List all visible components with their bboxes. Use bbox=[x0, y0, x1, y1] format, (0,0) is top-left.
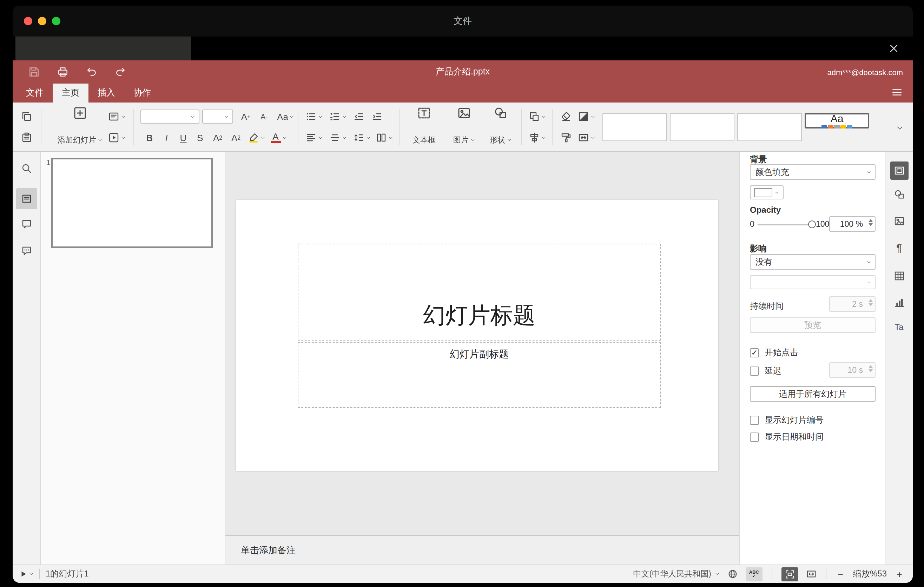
show-date-time-checkbox[interactable] bbox=[750, 432, 759, 442]
add-slide-button[interactable]: 添加幻灯片 bbox=[46, 106, 114, 148]
subtitle-placeholder[interactable]: 幻灯片副标题 bbox=[298, 342, 661, 408]
opacity-slider-knob[interactable] bbox=[808, 221, 816, 228]
italic-button[interactable]: I bbox=[159, 129, 174, 146]
tab-insert[interactable]: 插入 bbox=[89, 84, 124, 102]
hamburger-menu-button[interactable] bbox=[891, 86, 903, 98]
apply-to-all-slides-button[interactable]: 适用于所有幻灯片 bbox=[750, 386, 876, 402]
spell-check-button[interactable]: ABC bbox=[746, 567, 762, 581]
zoom-in-button[interactable]: + bbox=[894, 569, 904, 580]
theme-option-selected[interactable]: Aa bbox=[805, 113, 869, 129]
show-slide-number-checkbox[interactable] bbox=[750, 416, 759, 425]
opacity-slider[interactable] bbox=[757, 224, 813, 225]
window-zoom-button[interactable] bbox=[52, 17, 60, 25]
bullets-button[interactable] bbox=[303, 108, 324, 125]
fit-to-slide-button[interactable] bbox=[782, 567, 798, 581]
font-family-select[interactable] bbox=[140, 110, 200, 124]
slide-thumbnail-1[interactable] bbox=[51, 158, 213, 248]
tab-home[interactable]: 主页 bbox=[53, 84, 89, 102]
chevron-down-icon bbox=[318, 114, 323, 119]
insert-shape-button[interactable]: 形状 bbox=[483, 106, 518, 148]
background-color-select[interactable] bbox=[750, 185, 784, 200]
highlight-color-button[interactable] bbox=[246, 129, 267, 146]
columns-button[interactable] bbox=[373, 129, 394, 146]
tab-collaboration[interactable]: 协作 bbox=[124, 84, 160, 102]
slide-layout-button[interactable] bbox=[105, 108, 128, 125]
image-settings-tab[interactable] bbox=[893, 216, 905, 227]
clear-style-button[interactable] bbox=[558, 108, 574, 125]
superscript-button[interactable]: A2 bbox=[209, 129, 226, 146]
chevron-down-icon[interactable] bbox=[29, 572, 34, 577]
chevron-down-icon bbox=[342, 114, 346, 119]
insert-image-button[interactable]: 图片 bbox=[447, 106, 482, 148]
spinner-arrows-icon[interactable] bbox=[868, 219, 873, 226]
search-button[interactable] bbox=[21, 163, 32, 174]
shape-icon bbox=[493, 106, 508, 120]
start-slideshow-statusbar-button[interactable] bbox=[20, 570, 27, 578]
window-close-button[interactable] bbox=[24, 17, 32, 25]
window-minimize-button[interactable] bbox=[38, 17, 46, 25]
horizontal-align-button[interactable] bbox=[303, 129, 324, 146]
copy-style-button[interactable] bbox=[558, 129, 574, 146]
start-on-click-checkbox[interactable]: ✓ bbox=[750, 348, 759, 358]
numbering-button[interactable] bbox=[327, 108, 348, 125]
zoom-out-button[interactable]: − bbox=[835, 569, 845, 580]
theme-palette bbox=[822, 125, 852, 129]
slide-canvas[interactable]: 幻灯片标题 幻灯片副标题 bbox=[225, 152, 739, 535]
bold-button[interactable]: B bbox=[142, 129, 157, 146]
effect-section-label: 影响 bbox=[750, 243, 767, 255]
table-settings-tab[interactable] bbox=[893, 270, 905, 282]
chevron-down-icon bbox=[120, 135, 125, 140]
chart-settings-tab[interactable] bbox=[893, 297, 905, 308]
shape-settings-tab[interactable] bbox=[893, 189, 905, 200]
slides-panel-button[interactable] bbox=[16, 188, 37, 209]
color-scheme-button[interactable] bbox=[576, 108, 597, 125]
theme-option-1[interactable] bbox=[602, 113, 667, 141]
align-shapes-button[interactable] bbox=[526, 129, 548, 146]
insert-textbox-button[interactable]: 文本框 bbox=[404, 106, 444, 148]
strikethrough-button[interactable]: S bbox=[192, 129, 208, 146]
textart-settings-tab[interactable]: Ta bbox=[894, 322, 903, 332]
copy-button[interactable] bbox=[18, 108, 35, 125]
fit-to-width-button[interactable] bbox=[806, 569, 817, 579]
save-button[interactable] bbox=[28, 66, 40, 78]
font-size-select[interactable] bbox=[202, 110, 233, 124]
delay-checkbox[interactable] bbox=[750, 366, 759, 376]
opacity-spinner[interactable]: 100 % bbox=[829, 216, 876, 232]
slide-size-button[interactable] bbox=[576, 129, 597, 146]
language-selector[interactable]: 中文(中华人民共和国) bbox=[633, 569, 720, 579]
increase-indent-button[interactable] bbox=[369, 108, 385, 125]
slide-settings-tab[interactable] bbox=[890, 162, 909, 180]
paste-button[interactable] bbox=[18, 129, 35, 146]
line-spacing-button[interactable] bbox=[351, 129, 372, 146]
theme-gallery-expand-button[interactable] bbox=[892, 119, 907, 136]
zoom-level[interactable]: 缩放%53 bbox=[853, 568, 887, 580]
redo-button[interactable] bbox=[114, 66, 126, 78]
feedback-button[interactable] bbox=[21, 245, 32, 256]
notes-area[interactable]: 单击添加备注 bbox=[225, 535, 739, 564]
theme-option-3[interactable] bbox=[737, 113, 802, 141]
paragraph-settings-tab[interactable]: ¶ bbox=[896, 242, 902, 254]
slide-editing-surface[interactable]: 幻灯片标题 幻灯片副标题 bbox=[236, 200, 718, 471]
arrange-shapes-button[interactable] bbox=[526, 108, 548, 125]
title-placeholder[interactable]: 幻灯片标题 bbox=[298, 244, 661, 341]
decrease-font-button[interactable]: A- bbox=[256, 108, 272, 125]
increase-font-button[interactable]: A+ bbox=[237, 108, 254, 125]
opacity-max-label: 100 bbox=[816, 220, 829, 228]
change-case-button[interactable]: Aa bbox=[274, 108, 298, 125]
tab-file[interactable]: 文件 bbox=[17, 84, 53, 102]
comments-button[interactable] bbox=[21, 218, 32, 229]
decrease-indent-button[interactable] bbox=[351, 108, 366, 125]
vertical-align-button[interactable] bbox=[327, 129, 348, 146]
print-button[interactable] bbox=[57, 66, 69, 78]
font-color-button[interactable]: A bbox=[268, 129, 289, 146]
start-slideshow-button[interactable] bbox=[105, 129, 128, 146]
theme-option-2[interactable] bbox=[670, 113, 734, 141]
subscript-button[interactable]: A2 bbox=[228, 129, 244, 146]
underline-button[interactable]: U bbox=[175, 129, 191, 146]
effect-select[interactable]: 没有 bbox=[750, 254, 876, 270]
background-fill-select[interactable]: 颜色填充 bbox=[750, 164, 876, 180]
undo-button[interactable] bbox=[86, 66, 97, 78]
effect-type-select[interactable] bbox=[750, 275, 876, 289]
set-document-language-button[interactable] bbox=[728, 569, 738, 579]
modal-close-button[interactable] bbox=[888, 42, 900, 55]
